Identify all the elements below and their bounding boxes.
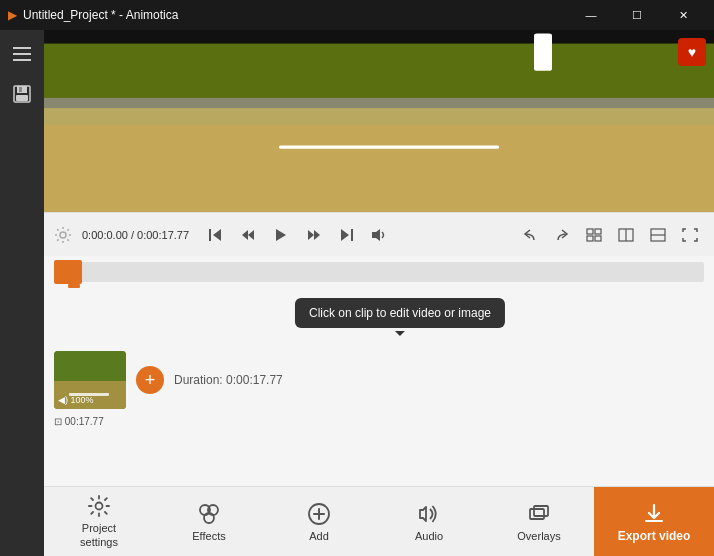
audio-icon: [417, 502, 441, 526]
video-preview: ♥: [44, 30, 714, 212]
grid-view-button[interactable]: [580, 224, 608, 246]
timeline-area: [44, 256, 714, 288]
window-controls: — ☐ ✕: [568, 0, 706, 30]
volume-label: ◀) 100%: [58, 395, 94, 405]
overlays-icon: [527, 502, 551, 526]
bottom-toolbar: Projectsettings Effects Add: [44, 486, 714, 556]
add-clip-button[interactable]: +: [136, 366, 164, 394]
title-text: Untitled_Project * - Animotica: [23, 8, 568, 22]
svg-marker-22: [341, 229, 349, 241]
svg-marker-18: [248, 230, 254, 240]
svg-point-14: [60, 232, 66, 238]
svg-rect-44: [534, 506, 548, 516]
svg-rect-15: [209, 229, 211, 241]
clip-thumbnail[interactable]: ◀) 100% ⊡ 00:17.77: [54, 351, 126, 409]
step-forward-button[interactable]: [301, 224, 327, 246]
minimize-button[interactable]: —: [568, 0, 614, 30]
preview-background: ♥: [44, 30, 714, 212]
svg-marker-19: [276, 229, 286, 241]
clip-time-label: ⊡ 00:17.77: [54, 416, 104, 427]
overlays-button[interactable]: Overlays: [484, 487, 594, 556]
transport-bar: 0:00:0.00 / 0:00:17.77: [44, 212, 714, 256]
layout-button[interactable]: [644, 224, 672, 246]
time-display: 0:00:0.00 / 0:00:17.77: [82, 229, 189, 241]
svg-rect-10: [44, 125, 714, 212]
duration-label: Duration: 0:00:17.77: [174, 373, 283, 387]
svg-rect-6: [19, 87, 22, 92]
svg-point-36: [96, 503, 103, 510]
svg-rect-28: [595, 236, 601, 241]
play-button[interactable]: [267, 223, 295, 247]
svg-rect-12: [279, 145, 499, 148]
audio-button[interactable]: Audio: [374, 487, 484, 556]
svg-rect-43: [530, 509, 544, 519]
export-video-button[interactable]: Export video: [594, 487, 714, 557]
svg-rect-26: [595, 229, 601, 234]
svg-rect-11: [534, 33, 552, 70]
timeline-track: [54, 262, 704, 282]
svg-rect-5: [16, 95, 28, 101]
svg-marker-20: [308, 230, 314, 240]
volume-button[interactable]: [365, 224, 393, 246]
save-icon: [13, 85, 31, 103]
svg-marker-24: [372, 229, 380, 241]
settings-cog-icon: [54, 226, 72, 244]
skip-start-button[interactable]: [203, 224, 229, 246]
project-settings-label: Projectsettings: [80, 522, 118, 548]
add-icon: [307, 502, 331, 526]
svg-rect-1: [13, 53, 31, 55]
app-icon: ▶: [8, 8, 17, 22]
preview-scene: [44, 30, 714, 212]
clip-row: ◀) 100% ⊡ 00:17.77 + Duration: 0:00:17.7…: [54, 351, 704, 409]
title-bar: ▶ Untitled_Project * - Animotica — ☐ ✕: [0, 0, 714, 30]
skip-end-button[interactable]: [333, 224, 359, 246]
hamburger-icon: [13, 47, 31, 61]
project-settings-button[interactable]: Projectsettings: [44, 487, 154, 556]
tooltip-bubble: Click on clip to edit video or image: [295, 298, 505, 328]
split-view-button[interactable]: [612, 224, 640, 246]
timeline-content: Click on clip to edit video or image ◀) …: [44, 288, 714, 486]
svg-rect-8: [44, 44, 714, 98]
menu-button[interactable]: [6, 38, 38, 70]
audio-label: Audio: [415, 530, 443, 542]
effects-icon: [197, 502, 221, 526]
overlays-label: Overlays: [517, 530, 560, 542]
undo-button[interactable]: [516, 224, 544, 246]
close-button[interactable]: ✕: [660, 0, 706, 30]
step-back-button[interactable]: [235, 224, 261, 246]
main-content: ♥ 0:00:0.00 / 0:00:17.77: [44, 30, 714, 556]
svg-rect-25: [587, 229, 593, 234]
transport-right-controls: [516, 224, 704, 246]
svg-rect-23: [351, 229, 353, 241]
svg-rect-13: [44, 98, 714, 108]
add-label: Add: [309, 530, 329, 542]
heart-badge: ♥: [678, 38, 706, 66]
svg-marker-17: [242, 230, 248, 240]
svg-rect-2: [13, 59, 31, 61]
save-button[interactable]: [6, 78, 38, 110]
svg-marker-21: [314, 230, 320, 240]
svg-rect-27: [587, 236, 593, 241]
export-label: Export video: [618, 529, 691, 543]
svg-marker-16: [213, 229, 221, 241]
redo-button[interactable]: [548, 224, 576, 246]
maximize-button[interactable]: ☐: [614, 0, 660, 30]
svg-point-39: [204, 513, 214, 523]
left-sidebar: [0, 30, 44, 556]
svg-rect-0: [13, 47, 31, 49]
app-container: ♥ 0:00:0.00 / 0:00:17.77: [0, 30, 714, 556]
fullscreen-button[interactable]: [676, 224, 704, 246]
gear-icon: [87, 494, 111, 518]
effects-label: Effects: [192, 530, 225, 542]
add-button[interactable]: Add: [264, 487, 374, 556]
download-icon: [642, 501, 666, 525]
effects-button[interactable]: Effects: [154, 487, 264, 556]
